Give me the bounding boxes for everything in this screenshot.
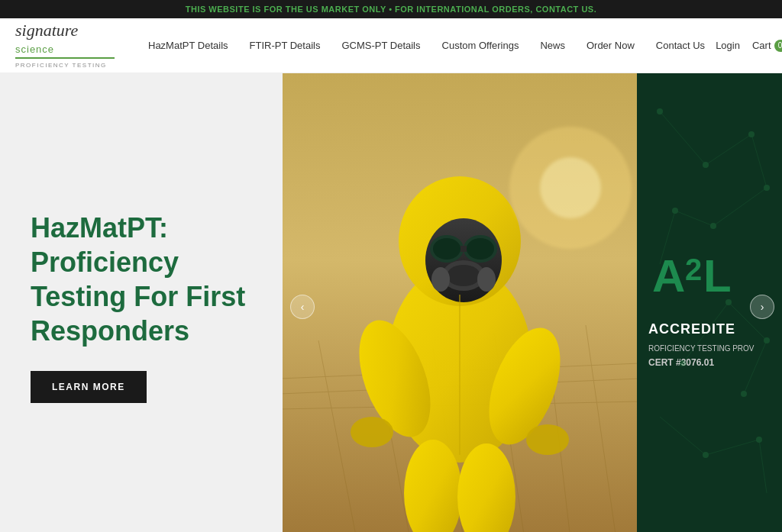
svg-point-52 [764, 337, 770, 343]
svg-line-35 [751, 134, 767, 188]
svg-point-32 [540, 157, 601, 218]
header: signature science PROFICIENCY TESTING Ha… [0, 18, 782, 73]
cart-badge: 0 [774, 40, 783, 52]
cart-label: Cart [752, 40, 771, 51]
svg-line-41 [683, 302, 729, 363]
svg-point-48 [764, 185, 770, 191]
cart-button[interactable]: Cart 0 [752, 40, 782, 52]
hero-image [283, 73, 637, 532]
logo-signature: signature [15, 21, 78, 40]
svg-point-26 [351, 417, 393, 447]
svg-line-44 [759, 440, 767, 493]
svg-point-56 [756, 437, 762, 443]
carousel-next-button[interactable]: › [750, 295, 774, 319]
carousel-prev-button[interactable]: ‹ [290, 295, 315, 319]
nav-custom[interactable]: Custom Offerings [431, 40, 530, 51]
svg-point-51 [725, 299, 732, 305]
svg-point-50 [672, 208, 678, 214]
hero-right-panel: A 2 L ACCREDITE ROFICIENCY TESTING PROV … [637, 73, 782, 532]
svg-point-46 [703, 162, 709, 168]
svg-point-49 [710, 223, 716, 229]
top-banner: THIS WEBSITE IS FOR THE US MARKET ONLY •… [0, 0, 782, 18]
svg-point-45 [657, 108, 663, 114]
svg-line-42 [660, 417, 706, 455]
logo-text: signature science [15, 22, 115, 56]
hero-image-area: ‹ [283, 73, 637, 532]
banner-text: THIS WEBSITE IS FOR THE US MARKET ONLY •… [186, 5, 596, 14]
logo[interactable]: signature science PROFICIENCY TESTING [15, 22, 115, 69]
nav-order[interactable]: Order Now [576, 40, 645, 51]
hero-section: HazMatPT: Proficiency Testing For First … [0, 73, 782, 532]
svg-point-18 [467, 238, 494, 260]
svg-point-53 [741, 391, 747, 397]
svg-line-40 [744, 340, 767, 394]
header-right: Login Cart 0 [716, 37, 782, 54]
svg-rect-19 [460, 246, 467, 252]
chevron-right-icon: › [761, 301, 764, 313]
svg-point-27 [526, 424, 569, 455]
hero-left-panel: HazMatPT: Proficiency Testing For First … [0, 73, 283, 532]
main-nav: HazMatPT Details FTIR-PT Details GCMS-PT… [137, 40, 716, 51]
chevron-left-icon: ‹ [301, 301, 305, 313]
svg-line-37 [675, 211, 713, 226]
svg-point-55 [703, 452, 709, 458]
nav-ftir[interactable]: FTIR-PT Details [239, 40, 331, 51]
logo-underline [15, 57, 115, 59]
hero-heading: HazMatPT: Proficiency Testing For First … [31, 211, 252, 348]
logo-subtitle: PROFICIENCY TESTING [15, 62, 115, 69]
svg-point-47 [748, 131, 755, 137]
svg-point-22 [431, 267, 450, 292]
nav-contact[interactable]: Contact Us [645, 40, 716, 51]
nav-gcms[interactable]: GCMS-PT Details [331, 40, 431, 51]
svg-line-34 [706, 134, 751, 165]
learn-more-button[interactable]: LEARN MORE [31, 371, 147, 403]
nav-news[interactable]: News [529, 40, 576, 51]
svg-line-36 [713, 188, 767, 226]
svg-line-33 [660, 111, 706, 165]
svg-point-16 [433, 238, 460, 260]
login-button[interactable]: Login [716, 40, 740, 51]
svg-line-38 [660, 211, 675, 264]
svg-point-23 [477, 267, 496, 292]
svg-point-21 [447, 265, 480, 286]
logo-science: science [15, 44, 54, 55]
svg-line-43 [706, 440, 759, 455]
svg-point-54 [680, 360, 686, 366]
nav-hazmatpt[interactable]: HazMatPT Details [137, 40, 239, 51]
